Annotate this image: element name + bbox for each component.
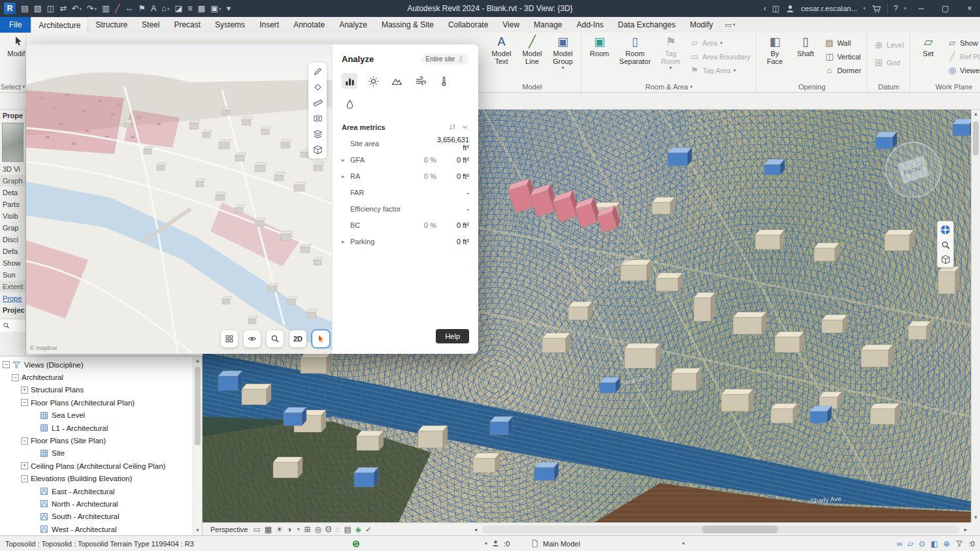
compare-tool-icon[interactable] <box>313 114 323 123</box>
panels-icon[interactable]: ◫ <box>772 4 779 13</box>
thin-lines-icon[interactable]: ≡ <box>188 5 192 13</box>
browser-tree-item[interactable]: +Structural Plans <box>3 384 202 396</box>
tab-precast[interactable]: Precast <box>167 17 208 33</box>
daylight-analysis-icon[interactable] <box>389 73 404 89</box>
print-icon[interactable]: ▥ <box>102 5 110 13</box>
tab-insert[interactable]: Insert <box>252 17 286 33</box>
minimize-button[interactable]: ─ <box>912 0 930 17</box>
browser-tree-item[interactable]: +Ceiling Plans (Architectural Ceiling Pl… <box>3 460 202 472</box>
browser-tree-item[interactable]: L1 - Architectural <box>3 422 202 434</box>
default-3d-view-icon[interactable]: ⌂▾ <box>161 5 169 13</box>
inspect-tool-icon[interactable] <box>313 82 323 92</box>
user-avatar-icon[interactable] <box>785 4 795 14</box>
forma-floating-window[interactable]: 2D © mapbox Analyze Entire site Area met… <box>26 44 478 354</box>
tab-manage[interactable]: Manage <box>527 17 569 33</box>
redo-icon[interactable]: ↷▾ <box>87 5 97 13</box>
scroll-track[interactable] <box>482 526 959 533</box>
tab-massing-site[interactable]: Massing & Site <box>374 17 441 33</box>
expand-icon[interactable]: ▸ <box>342 238 350 245</box>
tab-file[interactable]: File <box>0 17 31 33</box>
forma-map[interactable]: 2D © mapbox <box>26 44 332 354</box>
area-button[interactable]: ▱Area▾ <box>687 36 752 50</box>
editing-requests-icon[interactable] <box>491 539 500 548</box>
measure-icon[interactable]: ╱ <box>115 5 120 13</box>
app-store-cart-icon[interactable] <box>872 4 881 14</box>
measure-tool-icon[interactable] <box>313 98 323 108</box>
scroll-thumb[interactable] <box>702 526 778 533</box>
visual-style-icon[interactable]: ▦ <box>265 526 272 533</box>
expand-icon[interactable]: ▸ <box>342 157 350 163</box>
draw-tool-icon[interactable] <box>313 67 323 76</box>
chevron-down-icon[interactable]: ▾ <box>485 541 487 546</box>
browser-tree-item[interactable]: −Floor Plans (Architectural Plan) <box>3 396 202 409</box>
tab-data-exchanges[interactable]: Data Exchanges <box>611 17 683 33</box>
thermal-comfort-icon[interactable] <box>436 73 451 89</box>
tab-analyze[interactable]: Analyze <box>332 17 374 33</box>
browser-tree-item[interactable]: −Architectural <box>3 371 202 383</box>
tab-architecture[interactable]: Architecture <box>31 17 88 33</box>
steering-wheel-icon[interactable] <box>939 224 951 236</box>
model-text-button[interactable]: AModel Text <box>486 34 517 82</box>
select-tool-button[interactable] <box>312 330 329 347</box>
view-cube[interactable]: FRONT <box>886 142 941 197</box>
area-boundary-button[interactable]: ▭Area Boundary <box>687 50 752 63</box>
browser-scrollbar[interactable]: ▲ ▼ <box>193 356 202 535</box>
tab-structure[interactable]: Structure <box>88 17 135 33</box>
model-line-button[interactable]: ╱Model Line <box>517 34 547 82</box>
layers-tool-icon[interactable] <box>313 129 323 139</box>
wind-analysis-icon[interactable] <box>412 73 428 89</box>
tab-add-ins[interactable]: Add-Ins <box>569 17 610 33</box>
level-button[interactable]: ⊕Level <box>872 36 906 54</box>
microclimate-icon[interactable] <box>342 97 357 112</box>
tab-steel[interactable]: Steel <box>135 17 167 33</box>
filter-icon[interactable] <box>955 539 964 548</box>
collapse-icon[interactable]: − <box>21 437 28 445</box>
revit-logo[interactable]: R <box>4 3 16 14</box>
browser-tree-item[interactable]: Sea Level <box>3 409 202 422</box>
hide-isolate-icon[interactable]: Θ <box>325 526 331 533</box>
reveal-constraints-icon[interactable]: ✓ <box>365 526 372 533</box>
show-button[interactable]: ▱Show <box>945 36 980 50</box>
drag-dots-icon[interactable] <box>457 55 465 63</box>
dormer-button[interactable]: ⌂Dormer <box>822 63 863 77</box>
save-icon[interactable]: ◫ <box>47 5 55 13</box>
tag-area-button[interactable]: ⚑Tag Area▾ <box>687 63 752 77</box>
chevron-down-icon[interactable] <box>461 123 469 131</box>
horizontal-scrollbar[interactable]: ◂ ▸ <box>470 522 971 535</box>
displaced-elements-icon[interactable]: ◈ <box>355 526 361 533</box>
switch-windows-icon[interactable]: ▣▾ <box>210 5 221 13</box>
browser-tree-item[interactable]: East - Architectural <box>3 485 202 497</box>
text-icon[interactable]: A <box>151 5 156 13</box>
view-thumbnail[interactable] <box>2 123 24 162</box>
crop-region-icon[interactable]: ⊞ <box>304 526 310 533</box>
forma-map-view[interactable] <box>26 44 332 354</box>
by-face-button[interactable]: ◧By Face <box>759 34 790 82</box>
rendering-icon[interactable]: ◔ <box>295 526 300 533</box>
browser-tree-item[interactable]: North - Architectural <box>3 497 202 510</box>
collapse-icon[interactable]: − <box>12 374 19 381</box>
reveal-hidden-icon[interactable]: ◌ <box>335 526 340 533</box>
browser-tree-item[interactable]: Site <box>3 447 202 460</box>
scroll-left-icon[interactable]: ◂ <box>470 526 481 533</box>
scroll-thumb[interactable] <box>195 367 201 445</box>
room-button[interactable]: ▣Room <box>584 34 615 82</box>
help-button[interactable]: Help <box>436 329 469 343</box>
grid-button[interactable]: ⊞Grid <box>872 54 906 71</box>
chevron-left-icon[interactable]: ‹ <box>764 4 766 13</box>
tag-by-category-icon[interactable]: ⚑ <box>139 5 146 13</box>
visibility-button[interactable] <box>244 330 261 347</box>
sun-analysis-icon[interactable] <box>365 73 381 89</box>
scope-selector[interactable]: Entire site <box>421 54 469 65</box>
viewer-button[interactable]: ◎Viewer <box>945 63 980 77</box>
sun-path-icon[interactable]: ☀ <box>276 526 283 533</box>
active-model-label[interactable]: Main Model <box>543 540 580 548</box>
undo-icon[interactable]: ↶▾ <box>72 5 82 13</box>
expand-icon[interactable]: ▸ <box>342 173 350 180</box>
volume-tool-icon[interactable] <box>313 145 323 155</box>
browser-tree-item[interactable]: West - Architectural <box>3 523 202 535</box>
select-underlay-icon[interactable]: ▱ <box>907 540 913 548</box>
scroll-down-icon[interactable]: ▼ <box>972 513 980 522</box>
select-links-icon[interactable]: ∞ <box>897 540 903 548</box>
close-button[interactable]: × <box>960 0 979 17</box>
synchronize-icon[interactable]: ⇄ <box>59 5 66 13</box>
